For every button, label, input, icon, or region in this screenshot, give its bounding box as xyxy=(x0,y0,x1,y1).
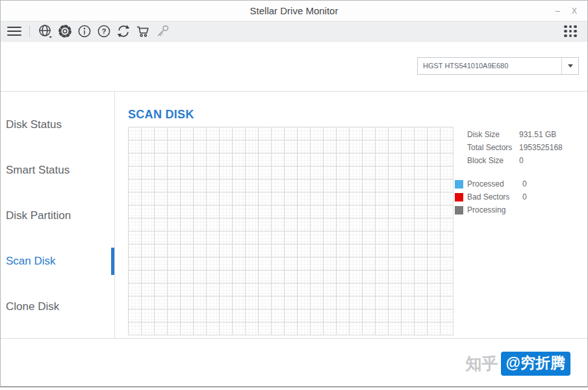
scan-cell xyxy=(129,205,142,218)
globe-icon[interactable] xyxy=(37,23,54,39)
sidebar-item-label: Clone Disk xyxy=(6,300,59,313)
scan-cell xyxy=(194,244,207,257)
sidebar-item-scan-disk[interactable]: Scan Disk xyxy=(1,239,114,284)
sidebar-item-clone-disk[interactable]: Clone Disk xyxy=(1,284,114,330)
scan-cell xyxy=(376,205,389,218)
scan-cell xyxy=(220,179,233,192)
scan-cell xyxy=(207,127,220,140)
device-selector-band: HGST HTS541010A9E680 xyxy=(1,42,587,92)
scan-cell xyxy=(324,257,337,270)
scan-cell xyxy=(155,166,168,179)
scan-cell xyxy=(168,296,181,309)
scan-cell xyxy=(285,140,298,153)
scan-cell xyxy=(428,205,441,218)
license-key-icon[interactable] xyxy=(154,23,171,39)
scan-cell xyxy=(272,270,285,283)
scan-cell xyxy=(337,270,350,283)
scan-cell xyxy=(272,322,285,335)
scan-cell xyxy=(259,244,272,257)
scan-cell xyxy=(415,127,428,140)
scan-cell xyxy=(129,257,142,270)
scan-cell xyxy=(298,296,311,309)
scan-cell xyxy=(402,140,415,153)
settings-gear-icon[interactable] xyxy=(57,23,73,39)
scan-cell xyxy=(220,192,233,205)
scan-cell xyxy=(220,140,233,153)
scan-cell xyxy=(428,231,441,244)
scan-cell xyxy=(415,231,428,244)
scan-cell xyxy=(246,309,259,322)
scan-cell xyxy=(246,322,259,335)
scan-cell xyxy=(181,309,194,322)
sidebar-item-disk-status[interactable]: Disk Status xyxy=(1,102,114,148)
scan-cell xyxy=(298,205,311,218)
disk-info-panel: Disk Size 931.51 GB Total Sectors 195352… xyxy=(455,127,587,335)
drive-select-dropdown[interactable]: HGST HTS541010A9E680 xyxy=(417,57,579,75)
scan-cell xyxy=(285,179,298,192)
scan-cell xyxy=(428,270,441,283)
scan-cell xyxy=(350,205,363,218)
scan-cell xyxy=(155,309,168,322)
scan-cell xyxy=(428,153,441,166)
scan-cell xyxy=(259,296,272,309)
scan-cell xyxy=(311,166,324,179)
scan-cell xyxy=(389,205,402,218)
dropdown-arrow[interactable] xyxy=(561,58,578,74)
scan-cell xyxy=(246,231,259,244)
scan-cell xyxy=(337,231,350,244)
scan-cell xyxy=(389,179,402,192)
scan-cell xyxy=(298,244,311,257)
close-button[interactable]: X xyxy=(567,1,582,21)
scan-cell xyxy=(259,192,272,205)
scan-cell xyxy=(285,127,298,140)
scan-grid xyxy=(128,127,454,335)
scan-cell xyxy=(415,192,428,205)
scan-cell xyxy=(402,205,415,218)
cart-icon[interactable] xyxy=(134,23,151,39)
scan-cell xyxy=(441,309,454,322)
scan-cell xyxy=(220,257,233,270)
minimize-button[interactable]: – xyxy=(550,1,565,21)
sidebar-item-smart-status[interactable]: Smart Status xyxy=(1,148,114,193)
scan-cell xyxy=(259,309,272,322)
menu-icon[interactable] xyxy=(7,23,23,39)
info-row-disk-size: Disk Size 931.51 GB xyxy=(455,128,587,141)
scan-cell xyxy=(155,270,168,283)
scan-cell xyxy=(402,179,415,192)
info-icon[interactable] xyxy=(76,23,93,39)
scan-cell xyxy=(233,257,246,270)
scan-cell xyxy=(311,244,324,257)
scan-cell xyxy=(168,322,181,335)
refresh-icon[interactable] xyxy=(115,23,132,39)
scan-cell xyxy=(181,257,194,270)
scan-cell xyxy=(389,140,402,153)
help-icon[interactable]: ? xyxy=(96,23,112,39)
scan-cell xyxy=(376,322,389,335)
scan-cell xyxy=(194,166,207,179)
scan-cell xyxy=(415,153,428,166)
scan-cell xyxy=(246,192,259,205)
toolbar: ? xyxy=(1,21,587,42)
scan-cell xyxy=(376,218,389,231)
scan-cell xyxy=(363,218,376,231)
scan-cell xyxy=(324,244,337,257)
scan-cell xyxy=(402,283,415,296)
scan-cell xyxy=(233,166,246,179)
scan-cell xyxy=(285,283,298,296)
scan-cell xyxy=(220,205,233,218)
scan-cell xyxy=(441,257,454,270)
scan-cell xyxy=(259,283,272,296)
scan-cell xyxy=(220,231,233,244)
sidebar-item-disk-partition[interactable]: Disk Partition xyxy=(1,193,114,239)
scan-cell xyxy=(350,179,363,192)
scan-cell xyxy=(142,270,155,283)
info-value: 1953525168 xyxy=(519,143,563,152)
scan-cell xyxy=(363,231,376,244)
scan-cell xyxy=(207,296,220,309)
scan-cell xyxy=(324,205,337,218)
scan-cell xyxy=(324,127,337,140)
apps-grid-icon[interactable] xyxy=(564,25,577,38)
scan-cell xyxy=(402,322,415,335)
processed-swatch xyxy=(455,180,463,188)
scan-cell xyxy=(337,283,350,296)
